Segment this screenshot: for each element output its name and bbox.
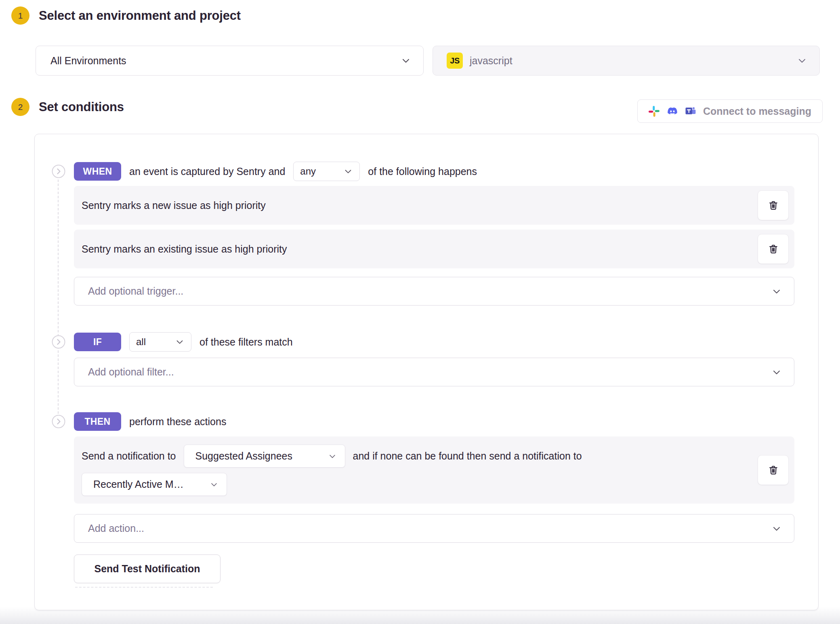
conditions-panel: WHEN an event is captured by Sentry and … [34,134,819,610]
when-badge: WHEN [74,162,121,181]
add-action-select[interactable]: Add action... [74,514,794,543]
chevron-down-icon [797,55,807,66]
add-optional-trigger-select[interactable]: Add optional trigger... [74,277,794,306]
step2-title: Set conditions [39,100,124,114]
if-clause-header: IF all of these filters match [74,333,794,351]
then-badge: THEN [74,412,121,431]
collapse-chevron-icon[interactable] [52,164,65,178]
javascript-platform-icon: JS [447,53,463,69]
collapse-chevron-icon[interactable] [52,335,65,349]
environment-select[interactable]: All Environments [36,46,424,76]
add-trigger-placeholder: Add optional trigger... [88,285,183,297]
fallback-target-select[interactable]: Recently Active M… [82,473,227,496]
drop-placeholder-line [75,587,213,588]
project-select[interactable]: JS javascript [433,46,820,76]
trash-icon [768,243,779,255]
action-line-2: Recently Active M… [82,473,750,496]
trash-icon [768,200,779,211]
step1-number: 1 [18,11,23,21]
when-match-select[interactable]: any [293,162,360,181]
alert-rule-setup-page: 1 Select an environment and project All … [0,0,840,624]
if-text-after: of these filters match [200,336,293,348]
step1-number-badge: 1 [11,6,29,25]
step2-header: 2 Set conditions [11,98,124,116]
step1-header: 1 Select an environment and project [11,6,241,25]
add-optional-filter-select[interactable]: Add optional filter... [74,358,794,386]
trash-icon [768,464,779,476]
action-text-before: Send a notification to [82,450,176,462]
step-connector-line [58,171,59,422]
chevron-down-icon [771,367,782,377]
delete-condition-button[interactable] [758,234,789,264]
if-match-select[interactable]: all [129,332,191,352]
notification-target-select[interactable]: Suggested Assignees [184,445,345,468]
then-clause-header: THEN perform these actions [74,412,794,431]
chevron-down-icon [771,286,782,297]
chevron-down-icon [771,523,782,534]
if-match-value: all [136,336,146,348]
environment-select-value: All Environments [50,55,126,67]
condition-label: Sentry marks an existing issue as high p… [82,243,758,255]
add-filter-placeholder: Add optional filter... [88,366,174,378]
send-test-notification-button[interactable]: Send Test Notification [74,554,220,583]
when-clause-header: WHEN an event is captured by Sentry and … [74,162,794,181]
notification-target-value: Suggested Assignees [195,450,292,462]
condition-label: Sentry marks a new issue as high priorit… [82,200,758,211]
environment-project-row: All Environments JS javascript [36,46,820,76]
discord-icon [666,106,678,116]
then-text-after: perform these actions [129,416,226,428]
collapse-chevron-icon[interactable] [52,415,65,428]
chevron-down-icon [210,480,218,489]
action-text-between: and if none can be found then send a not… [353,450,582,462]
when-text-after: of the following happens [368,166,477,177]
project-select-value: javascript [470,55,512,67]
ms-teams-icon [685,106,696,117]
step2-number: 2 [18,102,23,112]
when-text-before: an event is captured by Sentry and [129,166,285,177]
slack-icon [649,106,659,117]
fallback-target-value: Recently Active M… [93,479,184,490]
chevron-down-icon [401,55,411,66]
delete-action-button[interactable] [758,455,789,485]
connect-to-messaging-label: Connect to messaging [703,105,811,117]
delete-condition-button[interactable] [758,190,789,220]
chevron-down-icon [328,452,337,461]
notification-action-row: Send a notification to Suggested Assigne… [74,436,794,504]
add-action-placeholder: Add action... [88,523,144,534]
action-line-1: Send a notification to Suggested Assigne… [82,445,750,468]
condition-row: Sentry marks a new issue as high priorit… [74,186,794,225]
chevron-down-icon [343,167,353,176]
if-badge: IF [74,333,121,351]
condition-row: Sentry marks an existing issue as high p… [74,230,794,268]
step2-number-badge: 2 [11,98,29,116]
connect-to-messaging-button[interactable]: Connect to messaging [637,99,823,123]
chevron-down-icon [175,337,185,347]
when-match-value: any [300,166,316,177]
step1-title: Select an environment and project [39,8,241,23]
